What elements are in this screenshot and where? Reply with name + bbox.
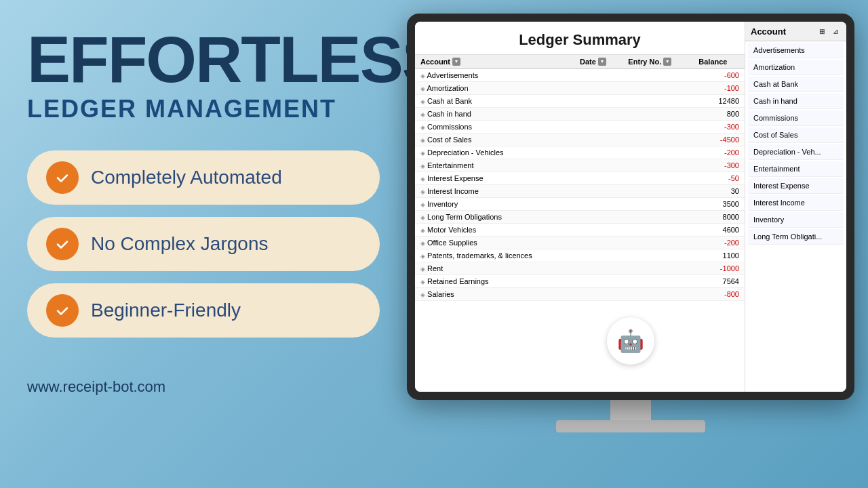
svg-point-0 bbox=[54, 169, 71, 186]
monitor-stand-neck bbox=[610, 400, 651, 420]
col-account: Account ▼ bbox=[415, 55, 574, 69]
ledger-table: Account ▼ Date ▼ Entry No. ▼ Balance bbox=[415, 55, 745, 301]
cell-balance: 8000 bbox=[693, 211, 745, 224]
cell-balance: -50 bbox=[693, 172, 745, 185]
cell-entry bbox=[623, 172, 693, 185]
sidebar-scroll[interactable]: AdvertisementsAmortizationCash at BankCa… bbox=[745, 41, 846, 392]
sidebar-account-item[interactable]: Advertisements bbox=[748, 43, 844, 58]
cell-balance: -300 bbox=[693, 159, 745, 172]
monitor-wrapper: Ledger Summary Account ▼ Date ▼ bbox=[400, 14, 861, 474]
cell-balance: 800 bbox=[693, 108, 745, 121]
cell-date bbox=[574, 262, 623, 275]
cell-balance: 30 bbox=[693, 185, 745, 198]
table-row: ◈ Entertainment -300 bbox=[415, 159, 745, 172]
cell-date bbox=[574, 134, 623, 146]
left-panel: EFFORTLESS LEDGER MANAGEMENT Completely … bbox=[0, 0, 400, 488]
cell-account: ◈ Motor Vehicles bbox=[415, 224, 574, 237]
cell-account: ◈ Salaries bbox=[415, 288, 574, 301]
monitor-body: Ledger Summary Account ▼ Date ▼ bbox=[407, 14, 854, 400]
cell-balance: -300 bbox=[693, 121, 745, 134]
cell-entry bbox=[623, 159, 693, 172]
sidebar-account-item[interactable]: Depreciation - Veh... bbox=[748, 144, 844, 160]
cell-account: ◈ Patents, trademarks, & licences bbox=[415, 249, 574, 262]
filter-icon-2[interactable]: ⊿ bbox=[830, 26, 841, 37]
cell-entry bbox=[623, 249, 693, 262]
cell-date bbox=[574, 146, 623, 159]
cell-balance: -200 bbox=[693, 146, 745, 159]
website-url: www.receipt-bot.com bbox=[27, 378, 373, 396]
cell-date bbox=[574, 211, 623, 224]
sidebar-account-item[interactable]: Inventory bbox=[748, 212, 844, 228]
cell-balance: -100 bbox=[693, 82, 745, 95]
cell-date bbox=[574, 172, 623, 185]
sidebar-icons: ⊞ ⊿ bbox=[816, 26, 841, 37]
cell-account: ◈ Long Term Obligations bbox=[415, 211, 574, 224]
feature-item-beginner: Beginner-Friendly bbox=[27, 283, 380, 338]
sidebar-account-item[interactable]: Interest Expense bbox=[748, 178, 844, 194]
cell-date bbox=[574, 249, 623, 262]
table-row: ◈ Advertisements -600 bbox=[415, 69, 745, 82]
sidebar-account-item[interactable]: Cost of Sales bbox=[748, 127, 844, 143]
cell-entry bbox=[623, 185, 693, 198]
cell-account: ◈ Office Supplies bbox=[415, 237, 574, 249]
sidebar-account-item[interactable]: Cash at Bank bbox=[748, 77, 844, 92]
cell-date bbox=[574, 198, 623, 211]
feature-label-automated: Completely Automated bbox=[91, 167, 282, 188]
cell-balance: 12480 bbox=[693, 95, 745, 108]
sidebar-account-item[interactable]: Cash in hand bbox=[748, 94, 844, 109]
cell-balance: -600 bbox=[693, 69, 745, 82]
sidebar-account-item[interactable]: Commissions bbox=[748, 110, 844, 126]
cell-date bbox=[574, 95, 623, 108]
cell-balance: -800 bbox=[693, 288, 745, 301]
cell-entry bbox=[623, 237, 693, 249]
table-row: ◈ Rent -1000 bbox=[415, 262, 745, 275]
cell-date bbox=[574, 121, 623, 134]
sidebar-title: Account bbox=[751, 26, 786, 37]
account-sidebar: Account ⊞ ⊿ AdvertisementsAmortizationCa… bbox=[745, 22, 846, 392]
sidebar-account-item[interactable]: Long Term Obligati... bbox=[748, 229, 844, 245]
cell-balance: 7564 bbox=[693, 275, 745, 288]
check-icon-beginner bbox=[46, 294, 79, 327]
sidebar-account-item[interactable]: Entertainment bbox=[748, 161, 844, 177]
robot-icon: 🤖 bbox=[607, 317, 654, 365]
cell-date bbox=[574, 159, 623, 172]
table-row: ◈ Depreciation - Vehicles -200 bbox=[415, 146, 745, 159]
cell-date bbox=[574, 82, 623, 95]
monitor-stand-base bbox=[556, 420, 705, 432]
cell-date bbox=[574, 275, 623, 288]
sidebar-account-item[interactable]: Interest Income bbox=[748, 195, 844, 211]
cell-account: ◈ Cash in hand bbox=[415, 108, 574, 121]
cell-entry bbox=[623, 82, 693, 95]
right-panel: Ledger Summary Account ▼ Date ▼ bbox=[393, 0, 868, 488]
feature-item-jargons: No Complex Jargons bbox=[27, 217, 380, 271]
feature-item-automated: Completely Automated bbox=[27, 150, 380, 205]
cell-account: ◈ Advertisements bbox=[415, 69, 574, 82]
col-date: Date ▼ bbox=[574, 55, 623, 69]
account-sidebar-header: Account ⊞ ⊿ bbox=[745, 22, 846, 41]
cell-balance: 4600 bbox=[693, 224, 745, 237]
table-row: ◈ Amortization -100 bbox=[415, 82, 745, 95]
table-row: ◈ Salaries -800 bbox=[415, 288, 745, 301]
table-row: ◈ Long Term Obligations 8000 bbox=[415, 211, 745, 224]
cell-account: ◈ Rent bbox=[415, 262, 574, 275]
cell-date bbox=[574, 237, 623, 249]
sidebar-account-item[interactable]: Amortization bbox=[748, 60, 844, 75]
cell-entry bbox=[623, 262, 693, 275]
cell-account: ◈ Entertainment bbox=[415, 159, 574, 172]
cell-account: ◈ Depreciation - Vehicles bbox=[415, 146, 574, 159]
cell-entry bbox=[623, 108, 693, 121]
cell-date bbox=[574, 288, 623, 301]
table-row: ◈ Patents, trademarks, & licences 1100 bbox=[415, 249, 745, 262]
table-row: ◈ Office Supplies -200 bbox=[415, 237, 745, 249]
cell-balance: -200 bbox=[693, 237, 745, 249]
cell-account: ◈ Cost of Sales bbox=[415, 134, 574, 146]
feature-label-beginner: Beginner-Friendly bbox=[91, 300, 241, 321]
table-row: ◈ Interest Income 30 bbox=[415, 185, 745, 198]
table-row: ◈ Commissions -300 bbox=[415, 121, 745, 134]
filter-icon-1[interactable]: ⊞ bbox=[816, 26, 827, 37]
cell-entry bbox=[623, 146, 693, 159]
check-icon-jargons bbox=[46, 228, 79, 260]
ledger-title: Ledger Summary bbox=[415, 22, 745, 55]
cell-entry bbox=[623, 121, 693, 134]
table-row: ◈ Cost of Sales -4500 bbox=[415, 134, 745, 146]
